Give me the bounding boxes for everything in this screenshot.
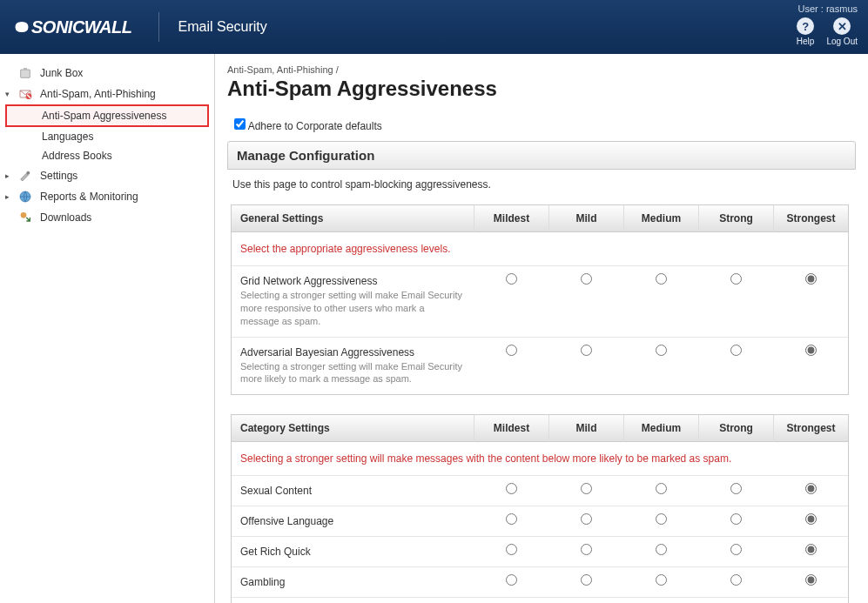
category-radio-mild[interactable] bbox=[581, 483, 592, 494]
sidebar-item-addressbooks[interactable]: Address Books bbox=[0, 146, 214, 165]
category-radio-mildest[interactable] bbox=[506, 544, 517, 555]
category-radio-medium[interactable] bbox=[656, 483, 667, 494]
radio-cell bbox=[548, 537, 623, 567]
radio-cell bbox=[698, 598, 773, 603]
category-radio-strongest[interactable] bbox=[805, 513, 817, 525]
sidebar-item-antispam[interactable]: ▾ Anti-Spam, Anti-Phishing bbox=[0, 84, 214, 104]
radio-cell bbox=[698, 338, 773, 395]
category-radio-strong[interactable] bbox=[730, 513, 742, 525]
radio-cell bbox=[623, 506, 698, 537]
general-instruction: Select the appropriate aggressiveness le… bbox=[232, 232, 848, 266]
radio-cell bbox=[623, 567, 698, 598]
category-radio-mildest[interactable] bbox=[506, 574, 517, 586]
section-desc: Use this page to control spam-blocking a… bbox=[227, 170, 856, 204]
general-radio-mild[interactable] bbox=[581, 273, 592, 285]
page-title: Anti-Spam Aggressiveness bbox=[227, 77, 856, 101]
radio-cell bbox=[474, 338, 548, 395]
general-radio-mildest[interactable] bbox=[506, 345, 517, 356]
general-settings-table: General Settings Mildest Mild Medium Str… bbox=[231, 204, 849, 395]
category-radio-mild[interactable] bbox=[581, 544, 592, 555]
radio-cell bbox=[548, 338, 623, 395]
category-radio-mildest[interactable] bbox=[506, 513, 517, 525]
table-row: Advertisements bbox=[232, 598, 848, 603]
col-strongest: Strongest bbox=[773, 415, 848, 442]
radio-cell bbox=[698, 506, 773, 537]
radio-cell bbox=[773, 338, 848, 395]
category-radio-strong[interactable] bbox=[730, 483, 742, 494]
category-radio-strong[interactable] bbox=[730, 574, 742, 586]
category-row-label: Offensive Language bbox=[232, 506, 474, 537]
table-header-title: General Settings bbox=[232, 205, 474, 232]
general-radio-medium[interactable] bbox=[656, 345, 667, 356]
sidebar-item-reports[interactable]: ▸ Reports & Monitoring bbox=[0, 186, 214, 207]
general-radio-strongest[interactable] bbox=[805, 273, 817, 285]
radio-cell bbox=[623, 266, 698, 338]
category-radio-mild[interactable] bbox=[581, 513, 592, 525]
radio-cell bbox=[548, 266, 623, 338]
section-header: Manage Configuration bbox=[227, 141, 856, 170]
radio-cell bbox=[698, 567, 773, 598]
category-instruction: Selecting a stronger setting will make m… bbox=[232, 442, 848, 476]
col-strongest: Strongest bbox=[773, 205, 848, 232]
radio-cell bbox=[623, 338, 698, 395]
col-mildest: Mildest bbox=[474, 205, 548, 232]
category-radio-medium[interactable] bbox=[656, 574, 667, 586]
radio-cell bbox=[474, 567, 548, 598]
help-icon: ? bbox=[797, 17, 814, 35]
radio-cell bbox=[474, 266, 548, 338]
category-row-label: Gambling bbox=[232, 567, 474, 598]
svg-rect-0 bbox=[21, 70, 30, 77]
svg-point-4 bbox=[26, 171, 30, 175]
radio-cell bbox=[548, 598, 623, 603]
category-radio-strong[interactable] bbox=[730, 544, 742, 555]
header-divider bbox=[158, 12, 159, 42]
table-row: Adversarial Bayesian AggressivenessSelec… bbox=[232, 338, 848, 395]
sidebar-item-aggressiveness[interactable]: Anti-Spam Aggressiveness bbox=[5, 104, 209, 127]
sidebar-item-junkbox[interactable]: Junk Box bbox=[0, 63, 214, 84]
settings-icon bbox=[17, 169, 33, 183]
svg-rect-1 bbox=[24, 68, 27, 70]
general-radio-medium[interactable] bbox=[656, 273, 667, 285]
col-strong: Strong bbox=[698, 205, 773, 232]
junkbox-icon bbox=[17, 66, 33, 80]
radio-cell bbox=[773, 598, 848, 603]
general-radio-strong[interactable] bbox=[730, 273, 742, 285]
radio-cell bbox=[623, 476, 698, 506]
table-row: Gambling bbox=[232, 567, 848, 598]
radio-cell bbox=[773, 537, 848, 567]
category-radio-strongest[interactable] bbox=[805, 574, 817, 586]
breadcrumb: Anti-Spam, Anti-Phishing / bbox=[227, 64, 856, 75]
radio-cell bbox=[698, 476, 773, 506]
category-row-label: Get Rich Quick bbox=[232, 537, 474, 567]
general-radio-mildest[interactable] bbox=[506, 273, 517, 285]
main-content: Anti-Spam, Anti-Phishing / Anti-Spam Agg… bbox=[215, 54, 868, 603]
adhere-checkbox[interactable] bbox=[234, 118, 246, 130]
col-medium: Medium bbox=[623, 415, 698, 442]
table-row: Grid Network AggressivenessSelecting a s… bbox=[232, 266, 848, 338]
general-radio-mild[interactable] bbox=[581, 345, 592, 356]
category-radio-strongest[interactable] bbox=[805, 544, 817, 555]
table-header-title: Category Settings bbox=[232, 415, 474, 442]
category-radio-medium[interactable] bbox=[656, 513, 667, 525]
mail-block-icon bbox=[17, 87, 33, 101]
help-button[interactable]: ? Help bbox=[797, 17, 815, 46]
category-radio-mild[interactable] bbox=[581, 574, 592, 586]
category-radio-medium[interactable] bbox=[656, 544, 667, 555]
radio-cell bbox=[548, 567, 623, 598]
logout-button[interactable]: ✕ Log Out bbox=[826, 17, 858, 46]
category-row-label: Sexual Content bbox=[232, 476, 474, 506]
general-radio-strong[interactable] bbox=[730, 345, 742, 356]
sidebar-item-languages[interactable]: Languages bbox=[0, 127, 214, 146]
adhere-checkbox-label[interactable]: Adhere to Corporate defaults bbox=[234, 120, 382, 132]
svg-point-6 bbox=[21, 212, 27, 218]
radio-cell bbox=[773, 476, 848, 506]
sidebar-item-downloads[interactable]: Downloads bbox=[0, 207, 214, 228]
category-radio-mildest[interactable] bbox=[506, 483, 517, 494]
general-radio-strongest[interactable] bbox=[805, 345, 817, 356]
radio-cell bbox=[773, 567, 848, 598]
category-radio-strongest[interactable] bbox=[805, 483, 817, 494]
app-header: SONICWALL Email Security User : rasmus ?… bbox=[0, 0, 868, 54]
download-icon bbox=[17, 211, 33, 224]
radio-cell bbox=[698, 537, 773, 567]
sidebar-item-settings[interactable]: ▸ Settings bbox=[0, 165, 214, 186]
